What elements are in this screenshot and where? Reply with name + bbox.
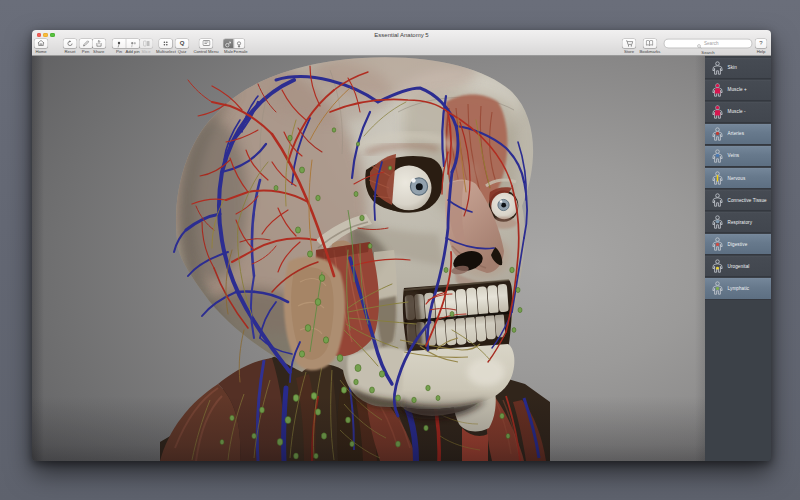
toolbar-button-face — [160, 39, 173, 48]
sidebar-toggle-nervous[interactable]: Nervous — [705, 168, 771, 188]
skin-system-icon — [711, 61, 724, 75]
arteries-system-icon — [711, 127, 724, 141]
store-button[interactable]: Store — [623, 39, 636, 54]
toolbar-button-face — [140, 39, 153, 48]
toolbar-button-face: ? — [756, 39, 767, 48]
systems-sidebar: Skin Muscle + Muscle - Arteries Veins Ne… — [705, 56, 771, 461]
veins-system-icon — [711, 149, 724, 163]
sidebar-toggle-label: Muscle - — [728, 109, 746, 114]
quiz-button[interactable]: Q Quiz — [176, 39, 189, 54]
toolbar-button-face — [643, 39, 656, 48]
digestive-system-icon — [711, 237, 724, 251]
bookmarks-button[interactable]: Bookmarks — [640, 39, 661, 54]
home-icon — [38, 40, 45, 46]
gender-group: Male Female — [223, 39, 244, 54]
reset-icon — [67, 40, 74, 47]
search-placeholder: Search — [704, 41, 719, 46]
window-content: Skin Muscle + Muscle - Arteries Veins Ne… — [32, 56, 771, 461]
sidebar-toggle-urogenital[interactable]: Urogenital — [705, 256, 771, 276]
sidebar-toggle-digestive[interactable]: Digestive — [705, 234, 771, 254]
window-chrome: Essential Anatomy 5 Home Reset Pen Share — [32, 30, 771, 56]
sidebar-toggle-label: Arteries — [728, 131, 745, 136]
toolbar-button-face — [623, 39, 636, 48]
urogenital-system-icon — [711, 259, 724, 273]
sidebar-toggle-label: Muscle + — [728, 87, 747, 92]
toolbar-button-face: Q — [176, 39, 189, 48]
toolbar-button-face — [199, 39, 212, 48]
segment-labels: Male Female — [224, 48, 244, 55]
lymphatic-system-icon — [711, 281, 724, 295]
muscle-plus-system-icon — [711, 83, 724, 97]
muscle-minus-system-icon — [711, 105, 724, 119]
segmented-control — [112, 39, 139, 48]
toolbar-button-face — [92, 39, 105, 48]
anatomy-model-head[interactable] — [32, 56, 705, 461]
multiselect-button[interactable]: Multiselect — [156, 39, 176, 54]
pen-button[interactable]: Pen — [79, 39, 92, 54]
segmented-control — [223, 39, 244, 48]
pin-button[interactable] — [112, 39, 125, 48]
sidebar-toggle-connective-tissue[interactable]: Connective Tissue — [705, 190, 771, 210]
sidebar-toggle-label: Connective Tissue — [728, 198, 767, 203]
toolbar-button-face — [64, 39, 77, 48]
sidebar-toggle-respiratory[interactable]: Respiratory — [705, 212, 771, 232]
sidebar-toggle-veins[interactable]: Veins — [705, 146, 771, 166]
sidebar-toggle-label: Respiratory — [728, 220, 753, 225]
multiselect-icon — [163, 40, 170, 47]
slice-icon — [142, 40, 150, 47]
sidebar-toggle-label: Skin — [728, 65, 737, 70]
sidebar-toggle-skin[interactable]: Skin — [705, 58, 771, 78]
home-button[interactable]: Home — [35, 39, 48, 54]
search-field-group: Search Search — [664, 39, 752, 55]
sidebar-toggle-label: Urogenital — [728, 264, 750, 269]
sidebar-toggle-label: Digestive — [728, 242, 748, 247]
sidebar-toggle-label: Veins — [728, 153, 740, 158]
add-pin-button[interactable] — [125, 39, 139, 48]
control-menu-button[interactable]: Control Menu — [193, 39, 218, 54]
segment-labels: Pin Add pin — [113, 48, 139, 55]
store-icon — [625, 40, 633, 47]
nervous-system-icon — [711, 171, 724, 185]
anatomy-viewport[interactable] — [32, 56, 705, 461]
sidebar-toggle-muscle[interactable]: Muscle + — [705, 80, 771, 100]
control-menu-icon — [202, 40, 210, 46]
bookmarks-icon — [646, 40, 654, 46]
sidebar-toggle-muscle[interactable]: Muscle - — [705, 102, 771, 122]
sidebar-toggle-label: Nervous — [728, 176, 746, 181]
sidebar-toggle-lymphatic[interactable]: Lymphatic — [705, 278, 771, 298]
respiratory-system-icon — [711, 215, 724, 229]
toolbar-button-face — [79, 39, 92, 48]
help-button[interactable]: ? Help — [756, 39, 767, 54]
slice-button[interactable]: Slice — [140, 39, 153, 54]
sidebar-toggle-arteries[interactable]: Arteries — [705, 124, 771, 144]
quiz-icon: Q — [180, 40, 185, 46]
toolbar-button-face — [35, 39, 48, 48]
search-input[interactable]: Search — [664, 39, 752, 48]
male-button[interactable] — [223, 39, 233, 48]
pin-addpin-group: Pin Add pin — [112, 39, 139, 54]
help-icon: ? — [759, 40, 762, 46]
window-title: Essential Anatomy 5 — [32, 32, 771, 39]
app-window: Essential Anatomy 5 Home Reset Pen Share — [32, 30, 771, 461]
pen-icon — [82, 40, 89, 47]
share-button[interactable]: Share — [92, 39, 105, 54]
desktop: { "window": { "title": "Essential Anatom… — [0, 0, 800, 500]
share-icon — [95, 40, 102, 47]
connective-tissue-system-icon — [711, 193, 724, 207]
female-button[interactable] — [233, 39, 244, 48]
reset-button[interactable]: Reset — [64, 39, 77, 54]
sidebar-toggle-label: Lymphatic — [728, 286, 750, 291]
